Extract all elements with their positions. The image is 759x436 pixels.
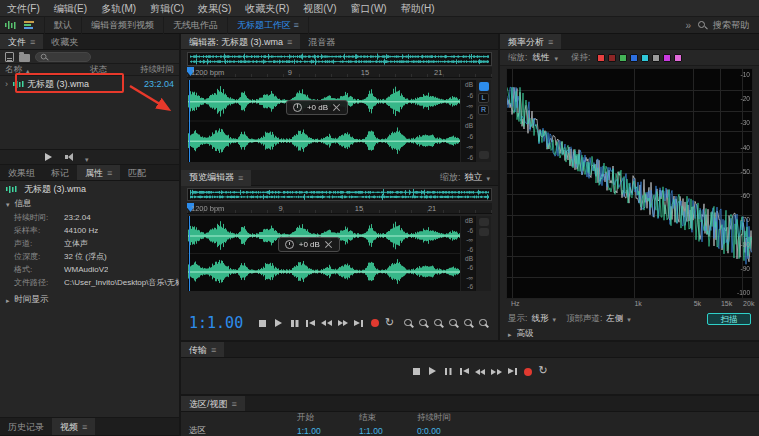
top-channel-dropdown[interactable]: 左侧: [606, 313, 623, 325]
waveform-display[interactable]: +0 dB: [188, 80, 460, 162]
gain-knob-icon[interactable]: [293, 103, 302, 112]
workspace-overflow-icon[interactable]: [685, 20, 691, 31]
preview-zoom-dropdown[interactable]: 缩放: 独立: [440, 171, 498, 184]
editor-timeline-ruler[interactable]: 1200 bpm 91521: [187, 67, 492, 78]
zoom-out-time-icon[interactable]: [447, 318, 460, 329]
zoom-full-icon[interactable]: [477, 318, 490, 329]
rewind-icon[interactable]: [320, 318, 333, 329]
hold-color-chip[interactable]: [663, 54, 671, 62]
overview-waveform[interactable]: [188, 189, 491, 200]
editor-tab[interactable]: 编辑器: 无标题 (3).wma: [181, 34, 300, 49]
workspace-tab[interactable]: 默认: [45, 17, 82, 34]
overview-waveform[interactable]: [188, 53, 491, 65]
record-icon[interactable]: [522, 366, 535, 377]
hold-color-chip[interactable]: [619, 54, 627, 62]
channel-options-icon[interactable]: [479, 82, 489, 91]
panel-extra-icon[interactable]: [479, 218, 489, 226]
record-icon[interactable]: [368, 318, 381, 329]
waveform-hud[interactable]: +0 dB: [286, 100, 348, 115]
panel-menu-icon[interactable]: [82, 418, 87, 436]
column-duration[interactable]: 持续时间: [122, 64, 174, 76]
advanced-section-header[interactable]: 高级: [500, 327, 759, 340]
editor-overview-strip[interactable]: [187, 52, 492, 66]
workspace-tab[interactable]: 无线电作品: [164, 17, 228, 34]
info-section-header[interactable]: 信息: [0, 197, 179, 211]
workspace-tab[interactable]: 编辑音频到视频: [82, 17, 164, 34]
properties-panel-tab[interactable]: 属性: [77, 165, 120, 180]
preview-timeline-ruler[interactable]: 1200 bpm 91521: [187, 203, 492, 214]
fast-forward-icon[interactable]: [490, 366, 503, 377]
panel-menu-icon[interactable]: [238, 173, 243, 183]
waveform-display[interactable]: +0 dB: [188, 216, 460, 291]
panel-extra-icon[interactable]: [479, 151, 489, 159]
waveform-hud[interactable]: +0 dB: [278, 237, 340, 252]
channel-toggle-button[interactable]: R: [478, 105, 489, 115]
files-search-input[interactable]: [35, 52, 91, 62]
menu-item[interactable]: 视图(V): [296, 3, 343, 14]
gain-knob-icon[interactable]: [285, 240, 294, 249]
hold-color-chip[interactable]: [641, 54, 649, 62]
properties-panel-tab[interactable]: 标记: [43, 165, 77, 180]
import-file-icon[interactable]: [5, 52, 14, 62]
start-value[interactable]: 1:1.00: [289, 426, 351, 436]
panel-menu-icon[interactable]: [548, 34, 553, 50]
selection-view-panel-tab[interactable]: 选区/视图: [181, 396, 245, 411]
pause-icon[interactable]: [288, 318, 301, 329]
transport-panel-tab[interactable]: 传输: [181, 342, 224, 357]
rewind-icon[interactable]: [474, 366, 487, 377]
files-panel-tab[interactable]: 文件: [0, 34, 43, 49]
preview-overview-strip[interactable]: [187, 188, 492, 201]
frequency-panel-tab[interactable]: 频率分析: [500, 34, 561, 49]
hold-color-chip[interactable]: [630, 54, 638, 62]
properties-panel-tab[interactable]: 效果组: [0, 165, 43, 180]
menu-item[interactable]: 文件(F): [0, 3, 47, 14]
properties-panel-tab[interactable]: 匹配: [120, 165, 154, 180]
hold-color-chip[interactable]: [597, 54, 605, 62]
menu-item[interactable]: 剪辑(C): [143, 3, 191, 14]
end-value[interactable]: 1:1.00: [351, 426, 409, 436]
channel-toggle-button[interactable]: L: [478, 93, 489, 103]
selection-table-row[interactable]: 选区 1:1.00 1:1.00 0:0.00: [181, 425, 759, 436]
zoom-in-time-icon[interactable]: [432, 318, 445, 329]
menu-item[interactable]: 窗口(W): [344, 3, 394, 14]
menu-item[interactable]: 帮助(H): [394, 3, 442, 14]
menu-item[interactable]: 效果(S): [191, 3, 238, 14]
editor-tab[interactable]: 混音器: [300, 34, 343, 49]
panel-menu-icon[interactable]: [211, 342, 216, 358]
play-icon[interactable]: [272, 318, 285, 329]
workspace-tab[interactable]: 无标题工作区: [228, 17, 309, 34]
skip-forward-icon[interactable]: [506, 366, 519, 377]
stop-icon[interactable]: [256, 318, 269, 329]
hold-color-chip[interactable]: [608, 54, 616, 62]
play-icon[interactable]: [426, 366, 439, 377]
skip-forward-icon[interactable]: [352, 318, 365, 329]
files-panel-tab[interactable]: 收藏夹: [43, 34, 86, 49]
skip-back-icon[interactable]: [458, 366, 471, 377]
loop-icon[interactable]: [384, 318, 397, 329]
search-help-input[interactable]: 搜索帮助: [713, 19, 749, 32]
multitrack-editor-icon[interactable]: [24, 20, 36, 30]
fast-forward-icon[interactable]: [336, 318, 349, 329]
editor-waveform[interactable]: [188, 80, 460, 162]
zoom-in-icon[interactable]: [402, 318, 415, 329]
stop-icon[interactable]: [410, 366, 423, 377]
zoom-selection-icon[interactable]: [462, 318, 475, 329]
menu-item[interactable]: 收藏夹(R): [238, 3, 296, 14]
scan-button[interactable]: 扫描: [707, 313, 751, 325]
preview-waveform[interactable]: [188, 216, 460, 291]
menu-item[interactable]: 多轨(M): [94, 3, 143, 14]
panel-menu-icon[interactable]: [107, 165, 112, 181]
waveform-editor-icon[interactable]: [4, 20, 16, 30]
time-display[interactable]: 1:1.00: [189, 314, 251, 332]
hud-tools-icon[interactable]: [333, 103, 341, 112]
pause-icon[interactable]: [442, 366, 455, 377]
menu-item[interactable]: 编辑(E): [47, 3, 94, 14]
preview-play-button[interactable]: [42, 152, 55, 163]
open-folder-icon[interactable]: [19, 54, 30, 62]
panel-extra-icon[interactable]: [479, 228, 489, 236]
skip-back-icon[interactable]: [304, 318, 317, 329]
preview-editor-title-tab[interactable]: 预览编辑器: [181, 170, 251, 186]
time-display-section-header[interactable]: 时间显示: [0, 293, 179, 307]
panel-menu-icon[interactable]: [287, 34, 292, 50]
zoom-out-icon[interactable]: [417, 318, 430, 329]
